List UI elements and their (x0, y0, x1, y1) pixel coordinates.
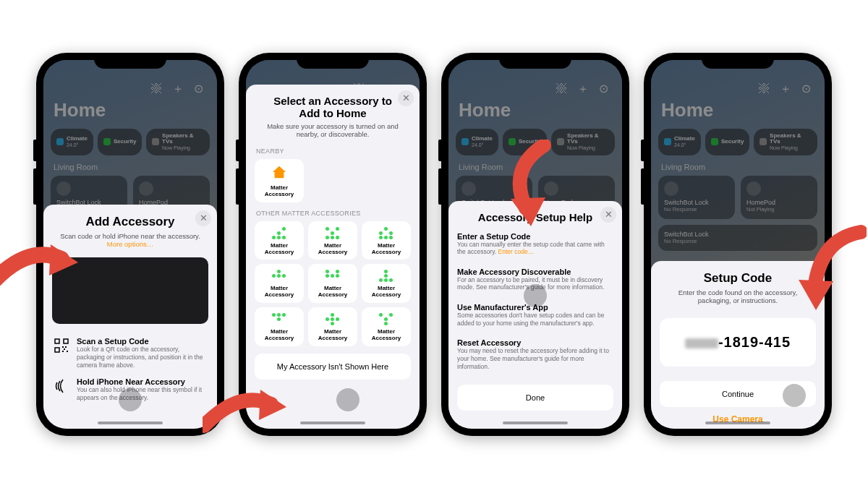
matter-icon (378, 227, 395, 240)
matter-accessory[interactable]: Matter Accessory (255, 307, 304, 346)
svg-rect-7 (62, 351, 64, 352)
matter-accessory[interactable]: Matter Accessory (308, 221, 357, 260)
matter-label: Matter Accessory (365, 286, 408, 299)
phone-1: 𑗕 ＋ ⊙ Home Climate24.0° Security Speaker… (36, 53, 224, 436)
option-scan-code[interactable]: Scan a Setup CodeLook for a QR code on t… (52, 333, 208, 373)
matter-accessory[interactable]: Matter Accessory (255, 221, 304, 260)
matter-grid: Matter AccessoryMatter AccessoryMatter A… (255, 221, 411, 346)
enter-code-link[interactable]: Enter code… (498, 248, 535, 255)
code-obscured (685, 338, 718, 348)
code-visible: -1819-415 (718, 334, 791, 350)
house-icon (271, 165, 287, 179)
matter-accessory[interactable]: Matter Accessory (308, 264, 357, 303)
matter-icon (271, 313, 288, 326)
sheet-title: Setup Code (660, 271, 816, 286)
matter-accessory[interactable]: Matter Accessory (308, 307, 357, 346)
svg-rect-1 (64, 339, 68, 343)
help-reset: Reset AccessoryYou may need to reset the… (457, 334, 613, 377)
sheet-subtitle: Scan code or hold iPhone near the access… (52, 229, 208, 251)
matter-label: Matter Accessory (311, 286, 354, 299)
svg-rect-0 (55, 339, 59, 343)
sheet-subtitle: Make sure your accessory is turned on an… (255, 119, 411, 141)
svg-rect-4 (65, 346, 67, 348)
not-shown-button[interactable]: My Accessory Isn't Shown Here (255, 354, 411, 380)
sheet-setup-help: ✕ Accessory Setup Help Enter a Setup Cod… (448, 201, 622, 429)
close-icon[interactable]: ✕ (600, 207, 616, 223)
svg-rect-6 (67, 351, 68, 352)
matter-icon (271, 270, 288, 283)
sheet-title: Select an Accessory to Add to Home (255, 95, 411, 119)
phone-3: 𑗕 ＋ ⊙ Home Climate24.0° Security Speaker… (441, 53, 629, 436)
matter-icon (378, 313, 395, 326)
matter-icon (324, 313, 341, 326)
phone-4: 𑗕 ＋ ⊙ Home Climate24.0° Security Speaker… (644, 53, 832, 436)
matter-label: Matter Accessory (311, 329, 354, 342)
matter-label: Matter Accessory (258, 286, 301, 299)
qr-icon (52, 337, 71, 353)
sheet-title: Accessory Setup Help (457, 211, 613, 223)
sheet-title: Add Accessory (52, 215, 208, 229)
matter-label: Matter Accessory (365, 329, 408, 342)
done-button[interactable]: Done (457, 385, 613, 411)
code-input[interactable]: -1819-415 (660, 318, 816, 367)
matter-accessory[interactable]: Matter Accessory (362, 221, 411, 260)
svg-rect-2 (55, 348, 59, 352)
close-icon[interactable]: ✕ (398, 90, 414, 106)
close-icon[interactable]: ✕ (195, 210, 211, 226)
nearby-accessory[interactable]: Matter Accessory (255, 159, 304, 202)
svg-rect-3 (62, 346, 64, 348)
camera-viewfinder (52, 257, 208, 324)
matter-icon (378, 270, 395, 283)
matter-icon (271, 227, 288, 240)
nfc-icon (52, 377, 71, 393)
section-nearby: NEARBY (256, 147, 409, 155)
matter-accessory[interactable]: Matter Accessory (362, 264, 411, 303)
matter-accessory[interactable]: Matter Accessory (255, 264, 304, 303)
matter-label: Matter Accessory (365, 243, 408, 256)
svg-rect-5 (64, 348, 65, 350)
phone-2: 𑗕 ＋ ⊙ ✕ Select an Accessory to Add to Ho… (239, 53, 427, 436)
matter-icon (324, 270, 341, 283)
matter-icon (324, 227, 341, 240)
matter-label: Matter Accessory (258, 243, 301, 256)
sheet-select-accessory: ✕ Select an Accessory to Add to Home Mak… (246, 85, 420, 429)
matter-label: Matter Accessory (311, 243, 354, 256)
matter-label: Matter Accessory (258, 329, 301, 342)
more-options-link[interactable]: More options… (107, 240, 153, 248)
sheet-subtitle: Enter the code found on the accessory, p… (660, 286, 816, 307)
matter-accessory[interactable]: Matter Accessory (362, 307, 411, 346)
section-other: OTHER MATTER ACCESSORIES (256, 210, 409, 217)
help-enter-code: Enter a Setup Code You can manually ente… (457, 228, 613, 263)
